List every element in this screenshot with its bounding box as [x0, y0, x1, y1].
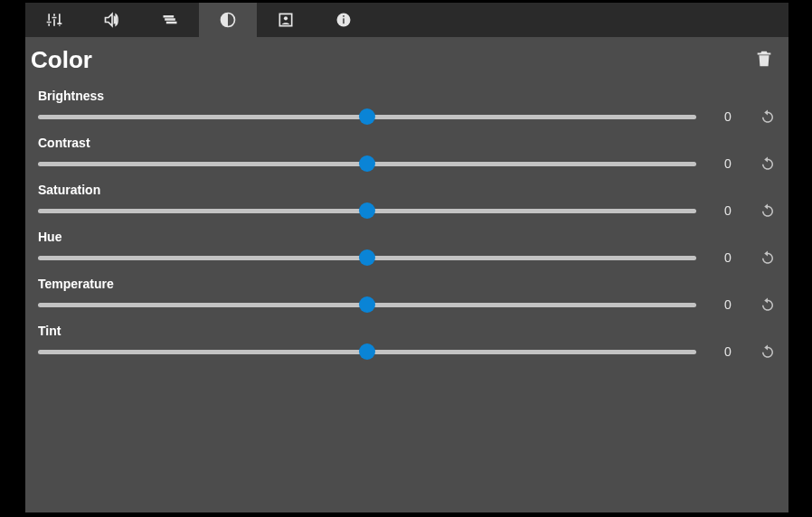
- reset-temperature-button[interactable]: [760, 296, 776, 313]
- slider-row-temperature: Temperature0: [38, 266, 776, 313]
- tab-contrast[interactable]: [199, 3, 257, 37]
- tab-mixer[interactable]: [25, 3, 83, 37]
- reset-tint-button[interactable]: [760, 343, 776, 360]
- svg-rect-2: [343, 18, 345, 24]
- tab-audio[interactable]: [83, 3, 141, 37]
- undo-icon: [760, 108, 776, 125]
- info-icon: [335, 11, 353, 29]
- volume-icon: [101, 11, 123, 29]
- slider-list: Brightness0Contrast0Saturation0Hue0Tempe…: [25, 78, 788, 360]
- reset-all-button[interactable]: [754, 49, 774, 72]
- trash-icon: [754, 49, 774, 69]
- slider-row-saturation: Saturation0: [38, 172, 776, 219]
- color-panel: Color Brightness0Contrast0Saturation0Hue…: [25, 3, 788, 512]
- slider-value: 0: [713, 250, 743, 265]
- tab-info[interactable]: [315, 3, 373, 37]
- slider-label: Temperature: [38, 277, 776, 291]
- slider-thumb[interactable]: [359, 202, 375, 219]
- slider-value: 0: [713, 297, 743, 312]
- undo-icon: [760, 343, 776, 360]
- tab-layers[interactable]: [141, 3, 199, 37]
- slider-row-contrast: Contrast0: [38, 125, 776, 172]
- slider-brightness[interactable]: [38, 108, 696, 125]
- undo-icon: [760, 296, 776, 313]
- slider-thumb[interactable]: [359, 343, 375, 360]
- slider-thumb[interactable]: [359, 249, 375, 266]
- slider-saturation[interactable]: [38, 202, 696, 219]
- slider-tint[interactable]: [38, 343, 696, 360]
- slider-thumb[interactable]: [359, 108, 375, 125]
- reset-saturation-button[interactable]: [760, 202, 776, 219]
- layers-icon: [159, 11, 181, 29]
- undo-icon: [760, 202, 776, 219]
- panel-header: Color: [25, 37, 788, 78]
- reset-brightness-button[interactable]: [760, 108, 776, 125]
- slider-label: Contrast: [38, 136, 776, 150]
- slider-value: 0: [713, 109, 743, 124]
- slider-row-tint: Tint0: [38, 313, 776, 360]
- slider-row-hue: Hue0: [38, 219, 776, 266]
- slider-value: 0: [713, 203, 743, 218]
- contrast-icon: [219, 11, 237, 29]
- slider-label: Saturation: [38, 183, 776, 197]
- slider-value: 0: [713, 344, 743, 359]
- profile-icon: [277, 11, 295, 29]
- slider-thumb[interactable]: [359, 296, 375, 313]
- tab-bar: [25, 3, 788, 37]
- slider-label: Brightness: [38, 89, 776, 103]
- slider-thumb[interactable]: [359, 155, 375, 172]
- undo-icon: [760, 249, 776, 266]
- svg-rect-3: [343, 15, 345, 17]
- slider-value: 0: [713, 156, 743, 171]
- panel-title: Color: [31, 46, 754, 74]
- slider-hue[interactable]: [38, 249, 696, 266]
- mixer-icon: [43, 11, 65, 29]
- svg-point-0: [284, 16, 288, 20]
- reset-contrast-button[interactable]: [760, 155, 776, 172]
- tab-profile[interactable]: [257, 3, 315, 37]
- slider-contrast[interactable]: [38, 155, 696, 172]
- slider-row-brightness: Brightness0: [38, 78, 776, 125]
- slider-label: Hue: [38, 230, 776, 244]
- reset-hue-button[interactable]: [760, 249, 776, 266]
- slider-label: Tint: [38, 324, 776, 338]
- undo-icon: [760, 155, 776, 172]
- slider-temperature[interactable]: [38, 296, 696, 313]
